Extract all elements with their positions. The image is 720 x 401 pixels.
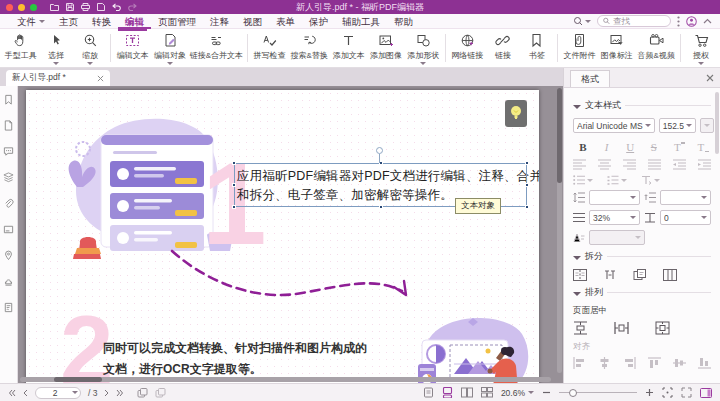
align-left-icon[interactable] xyxy=(573,159,586,170)
align-objects-right-icon[interactable] xyxy=(623,357,636,369)
align-objects-top-icon[interactable] xyxy=(648,357,661,369)
stamps-panel-icon[interactable] xyxy=(3,276,14,287)
indent-increase-icon[interactable] xyxy=(698,159,711,170)
pdf-text-block-2[interactable]: 同时可以完成文档转换、针对扫描件和图片构成的 文档，进行OCR文字提取等。 xyxy=(103,338,367,380)
minimize-window-button[interactable] xyxy=(18,4,25,11)
fullscreen-button[interactable] xyxy=(681,387,692,398)
font-size-select[interactable]: 152.5 xyxy=(659,118,696,133)
numbered-list-button[interactable] xyxy=(607,175,627,185)
zoom-out-button[interactable] xyxy=(542,388,551,397)
format-panel-tab[interactable]: 格式 xyxy=(570,70,610,87)
panel-scrollbar[interactable] xyxy=(715,92,719,154)
signatures-panel-icon[interactable] xyxy=(3,302,14,313)
menu-edit[interactable]: 编辑 xyxy=(118,14,151,29)
split-columns-icon[interactable] xyxy=(663,269,677,281)
vertical-scrollbar-thumb[interactable] xyxy=(557,88,562,183)
tool-add-text[interactable]: 添加文本 xyxy=(330,29,367,67)
horizontal-scrollbar-thumb[interactable] xyxy=(54,377,102,382)
attachments-panel-icon[interactable] xyxy=(3,198,14,209)
selection-handle[interactable] xyxy=(525,161,529,165)
previous-view-button[interactable] xyxy=(137,388,148,398)
italic-button[interactable]: I xyxy=(597,138,617,155)
tool-edit-object[interactable]: 编辑对象 xyxy=(151,29,188,67)
redo-icon[interactable] xyxy=(128,3,137,11)
selection-handle[interactable] xyxy=(232,161,236,165)
merge-text-icon[interactable] xyxy=(603,269,617,281)
zoom-slider-knob[interactable] xyxy=(569,389,577,397)
strikethrough-button[interactable]: S xyxy=(644,138,664,155)
selection-handle[interactable] xyxy=(232,183,236,187)
tool-select[interactable]: 选择 xyxy=(39,29,73,67)
zoom-slider[interactable] xyxy=(559,392,637,393)
character-spacing-select[interactable]: 32% xyxy=(589,210,640,225)
facing-view-button[interactable] xyxy=(461,387,473,398)
split-text-icon[interactable] xyxy=(573,269,587,281)
menu-accessibility[interactable]: 辅助工具 xyxy=(335,14,387,29)
menu-comment[interactable]: 注释 xyxy=(203,14,236,29)
horizontal-scale-select[interactable]: 0 xyxy=(660,210,711,225)
tip-lightbulb-button[interactable] xyxy=(505,100,527,127)
search-box[interactable] xyxy=(597,15,671,27)
zoom-in-button[interactable] xyxy=(645,388,654,397)
menu-file[interactable]: 文件 xyxy=(10,14,52,29)
tool-link[interactable]: 链接 xyxy=(486,29,520,67)
tool-image-annotation[interactable]: 图像标注 xyxy=(598,29,635,67)
print-icon[interactable] xyxy=(81,3,90,11)
next-view-button[interactable] xyxy=(155,388,166,398)
document-canvas[interactable]: 1 2 应用福昕PDF编辑器对PDF文档进行编辑、注释、合并 和拆分、电子签章、… xyxy=(18,86,563,383)
menu-help[interactable]: 帮助 xyxy=(387,14,420,29)
menu-form[interactable]: 表单 xyxy=(269,14,302,29)
selection-handle[interactable] xyxy=(525,205,529,209)
more-options-icon[interactable] xyxy=(677,16,680,27)
page-number-field[interactable] xyxy=(41,388,69,398)
tool-bookmark[interactable]: 书签 xyxy=(520,29,554,67)
rotation-handle[interactable] xyxy=(376,147,383,154)
bullet-list-button[interactable] xyxy=(573,175,593,185)
center-horizontally-icon[interactable] xyxy=(614,321,629,335)
align-center-icon[interactable] xyxy=(598,159,611,170)
tool-link-merge-text[interactable]: 链接&合并文本 xyxy=(189,29,244,67)
selection-handle[interactable] xyxy=(232,205,236,209)
underline-button[interactable]: U xyxy=(620,138,640,155)
tool-audio-video[interactable]: 音频&视频 xyxy=(635,29,677,67)
tool-file-attachment[interactable]: 文件附件 xyxy=(561,29,598,67)
menu-page-management[interactable]: 页面管理 xyxy=(151,14,203,29)
close-window-button[interactable] xyxy=(6,4,13,11)
indent-decrease-icon[interactable] xyxy=(673,159,686,170)
superscript-button[interactable]: T xyxy=(667,138,687,155)
fit-page-button[interactable] xyxy=(662,387,673,398)
align-objects-center-icon[interactable] xyxy=(598,357,611,369)
destinations-panel-icon[interactable] xyxy=(3,250,14,261)
section-arrange[interactable]: 排列 xyxy=(573,286,711,299)
menu-home[interactable]: 主页 xyxy=(52,14,85,29)
tool-add-shape[interactable]: 添加形状 xyxy=(405,29,442,67)
account-avatar-icon[interactable] xyxy=(686,16,697,27)
fields-panel-icon[interactable] xyxy=(3,224,14,235)
menu-view[interactable]: 视图 xyxy=(236,14,269,29)
subscript-button[interactable]: T xyxy=(691,138,711,155)
selection-handle[interactable] xyxy=(525,183,529,187)
previous-page-button[interactable] xyxy=(23,389,28,397)
center-vertically-icon[interactable] xyxy=(573,321,588,335)
continuous-view-button[interactable] xyxy=(442,387,453,398)
menu-convert[interactable]: 转换 xyxy=(85,14,118,29)
tool-add-image[interactable]: 添加图像 xyxy=(367,29,404,67)
tool-search-replace[interactable]: 搜索&替换 xyxy=(288,29,330,67)
search-input[interactable] xyxy=(613,16,665,26)
first-page-button[interactable] xyxy=(8,389,16,397)
align-objects-bottom-icon[interactable] xyxy=(698,357,711,369)
save-icon[interactable] xyxy=(66,3,74,11)
line-spacing-select[interactable] xyxy=(589,190,640,205)
document-tab[interactable]: 新人引导.pdf * xyxy=(6,70,110,86)
layers-panel-icon[interactable] xyxy=(3,172,14,183)
tool-web-link[interactable]: 网络链接 xyxy=(449,29,486,67)
open-file-icon[interactable] xyxy=(50,3,59,11)
split-pages-icon[interactable] xyxy=(633,269,647,281)
kerning-select[interactable] xyxy=(589,230,645,245)
bookmarks-panel-icon[interactable] xyxy=(3,94,14,105)
horizontal-scrollbar[interactable] xyxy=(20,377,551,382)
align-justify-icon[interactable] xyxy=(648,159,661,170)
font-family-select[interactable]: Arial Unicode MS xyxy=(573,118,655,133)
paragraph-spacing-select[interactable] xyxy=(660,190,711,205)
bold-button[interactable]: B xyxy=(573,138,593,155)
